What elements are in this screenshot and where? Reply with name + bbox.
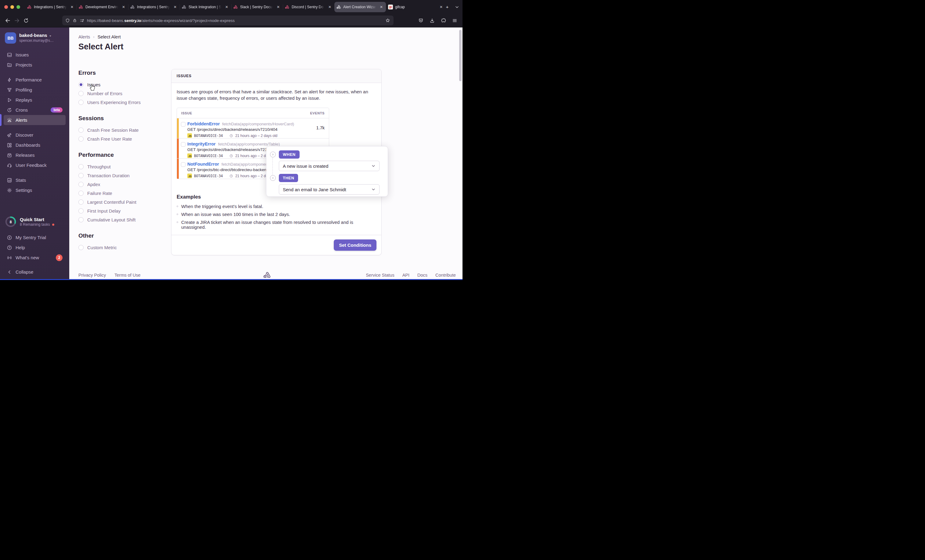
- contribute-link[interactable]: Contribute: [435, 272, 456, 277]
- radio-icon[interactable]: [78, 91, 84, 96]
- table-row[interactable]: ForbiddenErrorfetchData(app/components/H…: [177, 118, 329, 138]
- sidebar-item-crons[interactable]: Crons beta: [4, 105, 66, 115]
- sidebar-item-whats-new[interactable]: What's new 2: [4, 253, 66, 263]
- reload-icon[interactable]: [21, 16, 30, 25]
- radio-icon[interactable]: [78, 128, 84, 132]
- sentry-logo-icon: [234, 5, 238, 9]
- sidebar-item-issues[interactable]: Issues: [4, 50, 66, 60]
- radio-apdex[interactable]: Apdex: [78, 181, 170, 188]
- radio-icon[interactable]: [78, 182, 84, 187]
- radio-icon[interactable]: [78, 100, 84, 105]
- radio-icon[interactable]: [78, 208, 84, 214]
- sidebar-item-replays[interactable]: Replays: [4, 95, 66, 105]
- row-checkbox[interactable]: [181, 122, 185, 126]
- bookmark-star-icon[interactable]: [384, 17, 392, 24]
- lock-icon[interactable]: [72, 18, 77, 23]
- radio-icon[interactable]: [78, 245, 84, 250]
- row-checkbox[interactable]: [181, 162, 185, 167]
- terms-of-use-link[interactable]: Terms of Use: [114, 272, 140, 277]
- radio-first-input-delay[interactable]: First Input Delay: [78, 208, 170, 214]
- tab-development-environment[interactable]: Development Enviro ✕: [77, 2, 128, 12]
- radio-throughput[interactable]: Throughput: [78, 163, 170, 170]
- issue-link[interactable]: ForbiddenError: [187, 121, 220, 126]
- url-bar[interactable]: https://baked-beans.sentry.io/alerts/nod…: [62, 15, 393, 25]
- sidebar-item-releases[interactable]: Releases: [4, 150, 66, 160]
- issue-link[interactable]: NotFoundError: [187, 162, 219, 167]
- menu-icon[interactable]: [450, 16, 459, 25]
- radio-selected-icon[interactable]: [78, 82, 84, 87]
- radio-largest-contentful-paint[interactable]: Largest Contentful Paint: [78, 199, 170, 205]
- radio-crash-free-session-rate[interactable]: Crash Free Session Rate: [78, 126, 170, 133]
- sidebar-item-discover[interactable]: Discover: [4, 130, 66, 140]
- tab-title: Slack Integration | S: [188, 5, 222, 9]
- radio-issues[interactable]: Issues: [78, 81, 170, 88]
- set-conditions-button[interactable]: Set Conditions: [334, 239, 377, 251]
- tab-list-chevron-icon[interactable]: [453, 3, 461, 11]
- forward-icon[interactable]: [12, 16, 21, 25]
- radio-icon[interactable]: [78, 164, 84, 169]
- row-checkbox[interactable]: [181, 142, 185, 147]
- radio-crash-free-user-rate[interactable]: Crash Free User Rate: [78, 135, 170, 142]
- sidebar-item-help[interactable]: Help: [4, 242, 66, 253]
- sidebar-item-profiling[interactable]: Profiling: [4, 85, 66, 95]
- issue-link[interactable]: IntegrityError: [187, 142, 216, 146]
- tab-close-icon[interactable]: ✕: [69, 5, 74, 9]
- sidebar-item-alerts[interactable]: Alerts: [4, 115, 66, 125]
- tab-integrations-1[interactable]: Integrations | Sentry ✕: [25, 2, 77, 12]
- sidebar-item-stats[interactable]: Stats: [4, 175, 66, 185]
- quick-start-panel[interactable]: 8 Quick Start 8 Remaining tasks: [0, 216, 69, 227]
- tab-slack-integration[interactable]: Slack Integration | S ✕: [180, 2, 231, 12]
- tab-discord-docs[interactable]: Discord | Sentry Do ✕: [283, 2, 334, 12]
- service-status-link[interactable]: Service Status: [366, 272, 395, 277]
- radio-icon[interactable]: [78, 173, 84, 178]
- tab-slack-docs[interactable]: Slack | Sentry Docu ✕: [231, 2, 283, 12]
- tab-gifcap[interactable]: gc gifcap ✕: [386, 2, 446, 12]
- when-condition-select[interactable]: A new issue is created: [279, 161, 380, 171]
- pocket-icon[interactable]: [416, 16, 425, 25]
- tracking-shield-icon[interactable]: [65, 18, 70, 23]
- radio-icon[interactable]: [78, 199, 84, 205]
- radio-users-experiencing-errors[interactable]: Users Experiencing Errors: [78, 99, 170, 105]
- api-link[interactable]: API: [402, 272, 410, 277]
- sidebar-item-projects[interactable]: Projects: [4, 60, 66, 70]
- tab-close-icon[interactable]: ✕: [276, 5, 281, 9]
- privacy-policy-link[interactable]: Privacy Policy: [78, 272, 106, 277]
- tab-close-icon[interactable]: ✕: [224, 5, 229, 9]
- breadcrumb-alerts-link[interactable]: Alerts: [78, 34, 90, 39]
- tab-close-icon[interactable]: ✕: [327, 5, 332, 9]
- sidebar-collapse-button[interactable]: Collapse: [4, 267, 66, 277]
- sidebar-nav: Issues Projects Performance Profiling Re…: [0, 50, 69, 195]
- back-icon[interactable]: [3, 16, 12, 25]
- radio-icon[interactable]: [78, 136, 84, 142]
- sidebar-item-dashboards[interactable]: Dashboards: [4, 140, 66, 150]
- radio-transaction-duration[interactable]: Transaction Duration: [78, 172, 170, 179]
- url-text[interactable]: https://baked-beans.sentry.io/alerts/nod…: [87, 18, 381, 23]
- sidebar-item-user-feedback[interactable]: User Feedback: [4, 160, 66, 170]
- window-close-button[interactable]: [4, 5, 8, 9]
- extensions-puzzle-icon[interactable]: [439, 16, 447, 25]
- radio-cumulative-layout-shift[interactable]: Cumulative Layout Shift: [78, 216, 170, 223]
- permissions-icon[interactable]: [80, 18, 84, 23]
- sidebar-item-settings[interactable]: Settings: [4, 185, 66, 195]
- tab-close-icon[interactable]: ✕: [379, 5, 384, 9]
- docs-link[interactable]: Docs: [417, 272, 428, 277]
- toolbar-right-icons: [416, 16, 459, 25]
- window-zoom-button[interactable]: [17, 5, 20, 9]
- window-minimize-button[interactable]: [11, 5, 14, 9]
- radio-icon[interactable]: [78, 191, 84, 196]
- radio-number-of-errors[interactable]: Number of Errors: [78, 90, 170, 97]
- tab-integrations-2[interactable]: Integrations | Sentry ✕: [128, 2, 180, 12]
- download-icon[interactable]: [428, 16, 436, 25]
- org-switcher[interactable]: BB baked-beans⌄ spencer.murray@s…: [0, 32, 69, 44]
- radio-icon[interactable]: [78, 217, 84, 222]
- tab-close-icon[interactable]: ✕: [121, 5, 126, 9]
- tab-alert-creation-wizard[interactable]: Alert Creation Wizar ✕: [334, 2, 386, 12]
- scrollbar-thumb[interactable]: [459, 30, 462, 81]
- then-action-select[interactable]: Send an email to Jane Schmidt: [279, 184, 380, 194]
- radio-custom-metric[interactable]: Custom Metric: [78, 244, 170, 251]
- tab-close-icon[interactable]: ✕: [173, 5, 178, 9]
- sidebar-item-performance[interactable]: Performance: [4, 75, 66, 85]
- sidebar-item-my-sentry-trial[interactable]: My Sentry Trial: [4, 232, 66, 242]
- radio-failure-rate[interactable]: Failure Rate: [78, 190, 170, 196]
- tab-close-icon[interactable]: ✕: [439, 5, 444, 9]
